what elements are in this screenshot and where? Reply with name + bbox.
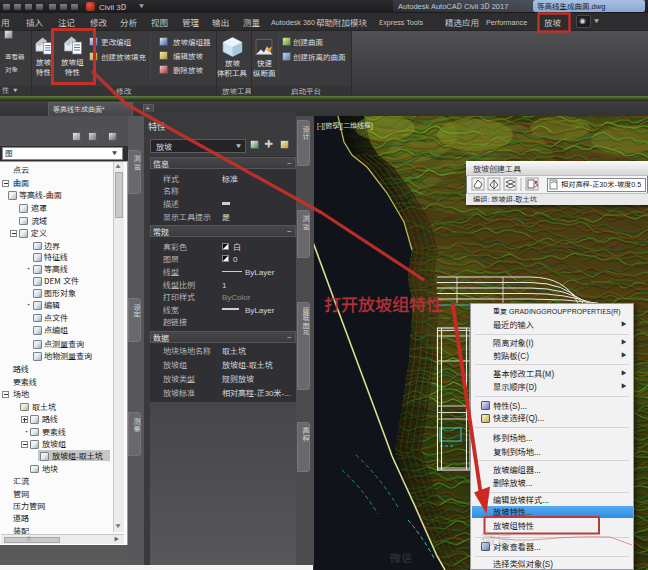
svg-text:微信: 微信 [481, 528, 511, 549]
svg-text:打开放坡组特性: 打开放坡组特性 [324, 291, 443, 316]
